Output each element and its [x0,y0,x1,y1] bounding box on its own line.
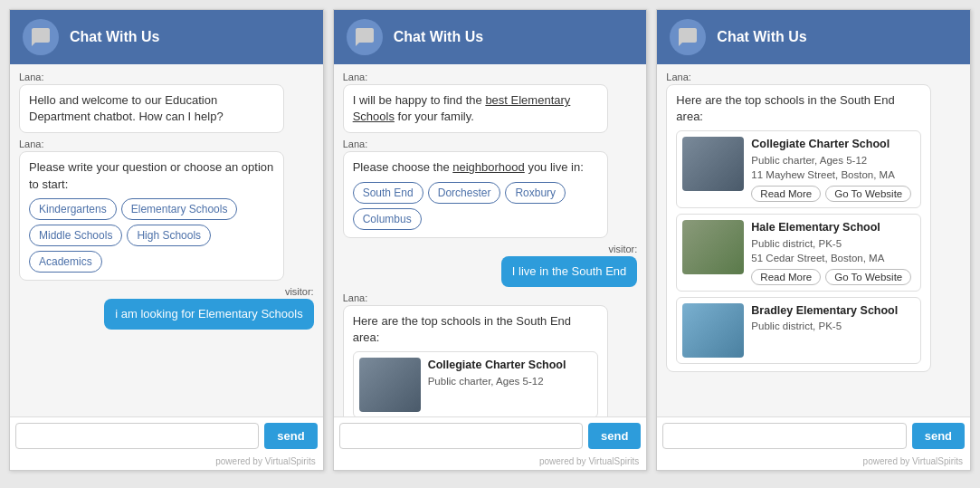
school-image-2 [682,220,744,274]
chat-footer-3: powered by VirtualSpirits [657,455,970,470]
school-name-1: Collegiate Charter School [751,137,915,153]
go-to-website-btn-1[interactable]: Go To Website [825,186,911,202]
lana-message-1: Lana: Hello and welcome to our Education… [19,72,314,133]
lana-message-w3-intro: Lana: Here are the top schools in the So… [666,72,961,372]
lana-bubble-w2-2: Please choose the neighborhood you live … [343,151,608,237]
lana-message-w2-2: Lana: Please choose the neighborhood you… [343,139,638,237]
school-name-preview: Collegiate Charter School [428,358,592,374]
page-wrapper: Chat With Us Lana: Hello and welcome to … [0,0,980,488]
visitor-bubble-w2: I live in the South End [501,256,637,287]
chat-footer-1: powered by VirtualSpirits [10,455,323,470]
school-address-2: 51 Cedar Street, Boston, MA [751,251,915,265]
school-card-1: Collegiate Charter School Public charter… [676,130,921,208]
school-type-1: Public charter, Ages 5-12 [751,153,915,167]
chat-messages-1: Lana: Hello and welcome to our Education… [10,64,323,416]
chat-messages-3: Lana: Here are the top schools in the So… [657,64,970,416]
chat-title-2: Chat With Us [394,29,483,45]
chat-input-3[interactable] [662,423,906,449]
visitor-message-w2: visitor: I live in the South End [343,244,638,287]
speech-bubble-icon-2 [354,26,376,48]
chat-title-1: Chat With Us [70,29,159,45]
school-card-3: Bradley Elementary School Public distric… [676,297,921,364]
school-image-3 [682,303,744,358]
chat-header-3: Chat With Us [657,10,970,64]
school-image-1 [682,137,744,191]
chat-icon-1 [23,19,59,55]
lana-bubble-1: Hello and welcome to our Education Depar… [19,84,284,133]
sender-label-1: Lana: [19,72,314,82]
chat-widget-2: Chat With Us Lana: I will be happy to fi… [333,9,648,471]
chat-footer-2: powered by VirtualSpirits [334,455,647,470]
school-name-2: Hale Elementary School [751,220,915,236]
chat-header-1: Chat With Us [10,10,323,64]
chat-header-2: Chat With Us [334,10,647,64]
sender-label-w2-1: Lana: [343,72,638,82]
send-button-2[interactable]: send [588,423,641,449]
school-actions-1: Read More Go To Website [751,186,915,202]
read-more-btn-1[interactable]: Read More [751,186,821,202]
school-actions-2: Read More Go To Website [751,269,915,285]
visitor-bubble-1: i am looking for Elementary Schools [104,299,313,330]
chat-icon-3 [670,19,706,55]
chat-input-area-3: send [657,416,970,455]
chat-input-1[interactable] [15,423,259,449]
school-info-1: Collegiate Charter School Public charter… [751,137,915,202]
visitor-message-1: visitor: i am looking for Elementary Sch… [19,286,314,330]
lana-bubble-2: Please write your question or choose an … [19,151,284,280]
sender-label-w2-2: Lana: [343,139,638,149]
lana-label-w3: Lana: [666,72,961,82]
option-middle[interactable]: Middle Schools [29,225,122,246]
option-academics[interactable]: Academics [29,251,102,273]
option-kindergartens[interactable]: Kindergartens [29,198,117,220]
lana-message-w2-3: Lana: Here are the top schools in the So… [343,292,638,416]
school-preview-card: Collegiate Charter School Public charter… [353,351,598,416]
sender-label-w2-3: Lana: [343,292,638,303]
send-button-1[interactable]: send [264,423,317,449]
chat-input-area-2: send [334,416,647,455]
lana-bubble-w2-1: I will be happy to find the best Element… [343,84,608,133]
chat-messages-2: Lana: I will be happy to find the best E… [334,64,647,416]
chat-title-3: Chat With Us [717,29,806,45]
school-image-preview [359,358,421,412]
school-info-2: Hale Elementary School Public district, … [751,220,915,285]
chat-input-2[interactable] [339,423,583,449]
lana-message-w2-1: Lana: I will be happy to find the best E… [343,72,638,133]
school-type-2: Public district, PK-5 [751,236,915,251]
send-button-3[interactable]: send [912,423,965,449]
option-south-end[interactable]: South End [353,182,423,204]
chat-icon-2 [347,19,383,55]
option-buttons-1: Kindergartens Elementary Schools Middle … [29,198,274,273]
lana-bubble-w2-3: Here are the top schools in the South En… [343,305,608,416]
school-address-1: 11 Mayhew Street, Boston, MA [751,167,915,182]
school-info-3: Bradley Elementary School Public distric… [751,303,915,358]
sender-label-2: Lana: [19,139,314,149]
school-name-3: Bradley Elementary School [751,303,915,320]
chat-widget-1: Chat With Us Lana: Hello and welcome to … [9,9,324,471]
neighborhood-buttons: South End Dorchester Roxbury Columbus [353,182,598,230]
school-info-preview: Collegiate Charter School Public charter… [428,358,592,412]
school-type-3: Public district, PK-5 [751,319,915,333]
visitor-label-1: visitor: [285,286,314,297]
school-type-preview: Public charter, Ages 5-12 [428,374,592,388]
school-card-2: Hale Elementary School Public district, … [676,214,921,292]
speech-bubble-icon-3 [677,26,699,48]
speech-bubble-icon [30,26,52,48]
option-columbus[interactable]: Columbus [353,208,422,230]
go-to-website-btn-2[interactable]: Go To Website [825,269,911,285]
option-roxbury[interactable]: Roxbury [505,182,566,204]
chat-widget-3: Chat With Us Lana: Here are the top scho… [656,9,971,471]
lana-message-2: Lana: Please write your question or choo… [19,139,314,280]
option-dorchester[interactable]: Dorchester [428,182,501,204]
visitor-label-w2: visitor: [609,244,638,254]
chat-input-area-1: send [10,416,323,455]
option-elementary[interactable]: Elementary Schools [121,198,238,220]
lana-bubble-w3: Here are the top schools in the South En… [666,84,931,372]
read-more-btn-2[interactable]: Read More [751,269,821,285]
option-high[interactable]: High Schools [127,225,211,246]
